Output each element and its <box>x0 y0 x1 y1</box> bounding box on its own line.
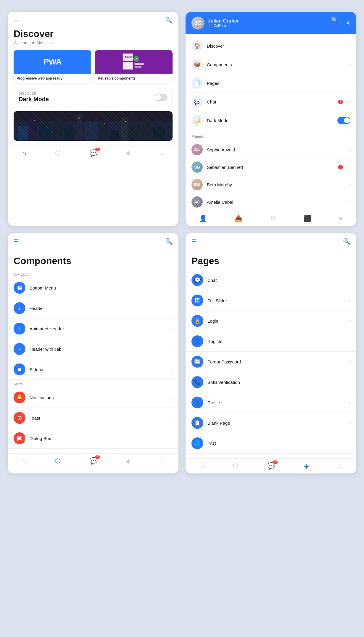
nav-box-icon[interactable]: ⬡ <box>55 457 61 465</box>
page-blank[interactable]: 📋 Blank Page › <box>186 413 356 433</box>
svg-rect-17 <box>110 131 119 141</box>
page-sms[interactable]: 📞 SMS Verification › <box>186 372 356 392</box>
sebastian-avatar: SB <box>191 161 203 173</box>
list-notifications[interactable]: 🔔 Notifications › <box>8 387 178 408</box>
nav-layers-icon[interactable]: ◈ <box>304 462 309 470</box>
menu-chevron-icon: › <box>349 99 350 104</box>
list-sidebar[interactable]: ≡ Sidebar › <box>8 359 178 380</box>
chevron-icon: › <box>349 278 350 282</box>
friend-sebastian[interactable]: SB Sebastian Bennett 6 › <box>186 159 356 176</box>
menu-chevron-icon: › <box>349 43 350 48</box>
list-header-tab[interactable]: ••• Header with Tab › <box>8 339 178 359</box>
svg-rect-11 <box>39 124 51 141</box>
nav-box-icon[interactable]: ⬡ <box>233 462 238 470</box>
hamburger-icon[interactable]: ☰ <box>14 17 19 24</box>
menu-chevron-icon: › <box>349 62 350 67</box>
list-dialog[interactable]: ▣ Dialog Box › <box>8 428 178 449</box>
page-profile[interactable]: 👤 Profile › <box>186 392 356 413</box>
sidebar-search-icon[interactable]: 🔍 <box>331 17 339 23</box>
header-icon: ‹ <box>14 302 25 314</box>
nav-chat-icon[interactable]: 💬5 <box>267 462 275 470</box>
menu-item-components[interactable]: 📦 Components › <box>186 55 356 74</box>
profile-page-icon: 👤 <box>191 397 203 408</box>
page-forgot-password[interactable]: 🔄 Forgot Password › <box>186 352 356 372</box>
chat-badge: 3 <box>95 148 100 151</box>
svg-rect-10 <box>30 117 37 141</box>
page-register[interactable]: 👤 Register › <box>186 331 356 352</box>
nav-home-icon[interactable]: ⌂ <box>22 457 26 465</box>
close-sidebar-button[interactable]: ✕ <box>346 20 350 26</box>
nav-menu-icon[interactable]: ≡ <box>160 149 164 157</box>
hamburger-icon[interactable]: ☰ <box>191 238 197 245</box>
friend-beth[interactable]: BM Beth Murphy › <box>186 176 356 193</box>
page-login[interactable]: 🔒 Login › <box>186 311 356 331</box>
search-icon[interactable]: 🔍 <box>165 238 173 245</box>
navigation-section-label: Navigation <box>8 270 178 278</box>
list-header[interactable]: ‹ Header › <box>8 298 178 318</box>
friends-title: Friends <box>191 135 350 139</box>
dark-mode-title: Dark Mode <box>19 96 49 103</box>
svg-point-22 <box>34 119 35 121</box>
darkmode-menu-toggle[interactable] <box>337 117 350 124</box>
svg-point-27 <box>125 121 126 122</box>
nav-menu-icon[interactable]: ≡ <box>338 462 342 470</box>
sidebar-nav-logout[interactable]: ⬛ <box>303 215 311 222</box>
chevron-icon: › <box>349 339 350 344</box>
sidebar-user: JG Julian Gruber 📍 California <box>191 17 239 30</box>
svg-rect-15 <box>85 122 98 141</box>
sidebar-nav-more[interactable]: ≡ <box>339 215 343 222</box>
feature-cards: PWA Progressive web app ready Card ✓ <box>8 50 178 88</box>
list-bottom-menu[interactable]: ▦ Bottom Menu › <box>8 278 178 298</box>
friend-chevron: › <box>349 147 350 152</box>
chat-page-icon: 💬 <box>191 274 203 286</box>
header-tab-label: Header with Tab <box>30 347 167 352</box>
page-full-slider[interactable]: 🖼 Full Slider › <box>186 290 356 311</box>
sidebar-nav-settings[interactable]: ⚙ <box>270 215 276 222</box>
profile-page-label: Profile <box>207 400 345 405</box>
dialog-label: Dialog Box <box>30 436 167 441</box>
friend-amelia[interactable]: AC Amelia Cabal › <box>186 193 356 211</box>
page-chat[interactable]: 💬 Chat › <box>186 270 356 290</box>
search-icon[interactable]: 🔍 <box>343 238 350 245</box>
svg-rect-5 <box>134 63 144 65</box>
menu-item-darkmode[interactable]: 🌙 Dark Mode <box>186 111 356 130</box>
list-animated-header[interactable]: ↓ Animated Header › <box>8 318 178 339</box>
nav-layers-icon[interactable]: ◈ <box>126 149 131 157</box>
pages-bottom-nav: ⌂ ⬡ 💬5 ◈ ≡ <box>186 458 356 473</box>
notifications-label: Notifications <box>30 395 167 400</box>
chat-badge: 3 <box>95 455 100 459</box>
dark-mode-toggle[interactable] <box>155 94 168 101</box>
components-image: Card ✓ <box>95 50 173 74</box>
menu-item-chat[interactable]: 💬 Chat 5 › <box>186 93 356 111</box>
user-location: 📍 California <box>208 24 239 28</box>
nav-home-icon[interactable]: ⌂ <box>200 462 204 470</box>
components-card[interactable]: Card ✓ Reusable components <box>95 50 173 83</box>
svg-rect-12 <box>53 119 62 141</box>
chevron-icon: › <box>171 436 173 441</box>
hamburger-icon[interactable]: ☰ <box>14 238 19 245</box>
header-label: Header <box>30 306 167 311</box>
friend-sophie[interactable]: SA Sophie Asveld › <box>186 141 356 159</box>
nav-layers-icon[interactable]: ◈ <box>126 457 131 465</box>
slider-page-label: Full Slider <box>207 298 345 303</box>
chevron-icon: › <box>171 367 173 372</box>
nav-chat-icon[interactable]: 💬3 <box>90 457 98 465</box>
list-toast[interactable]: ⊙ Toast › <box>8 408 178 428</box>
nav-home-icon[interactable]: ⌂ <box>22 149 26 157</box>
menu-list: 🏠 Discover › 📦 Components › 📄 Pages › 💬 … <box>186 34 356 132</box>
chevron-icon: › <box>171 326 173 331</box>
menu-item-discover[interactable]: 🏠 Discover › <box>186 37 356 55</box>
sms-page-icon: 📞 <box>191 376 203 388</box>
pwa-card[interactable]: PWA Progressive web app ready <box>14 50 91 83</box>
page-faq[interactable]: 🌐 FAQ › <box>186 433 356 454</box>
components-bottom-nav: ⌂ ⬡ 💬3 ◈ ≡ <box>8 453 178 468</box>
nav-chat-icon[interactable]: 💬3 <box>90 149 98 157</box>
menu-item-pages[interactable]: 📄 Pages › <box>186 74 356 93</box>
nav-box-icon[interactable]: ⬡ <box>55 149 61 157</box>
sidebar-nav-profile[interactable]: 👤 <box>199 215 207 222</box>
sidebar-nav-download[interactable]: 📥 <box>235 215 243 222</box>
amelia-avatar: AC <box>191 196 203 208</box>
svg-rect-7 <box>14 111 173 141</box>
nav-menu-icon[interactable]: ≡ <box>160 457 164 465</box>
search-icon[interactable]: 🔍 <box>165 17 173 24</box>
